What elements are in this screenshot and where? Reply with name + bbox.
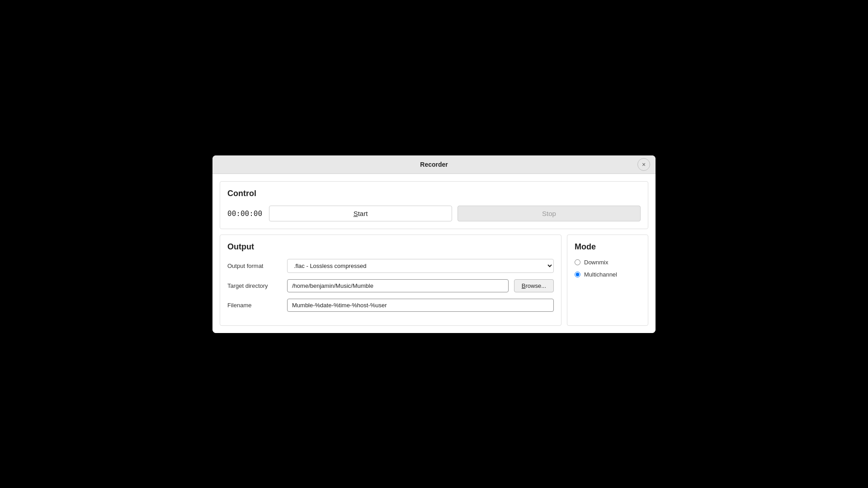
control-section-title: Control: [227, 189, 641, 198]
output-mode-row: Output Output format .flac - Lossless co…: [220, 235, 648, 326]
format-row: Output format .flac - Lossless compresse…: [227, 259, 554, 273]
filename-row: Filename: [227, 299, 554, 312]
mode-downmix[interactable]: Downmix: [575, 259, 641, 266]
directory-label: Target directory: [227, 282, 282, 289]
multichannel-label: Multichannel: [584, 271, 617, 278]
downmix-label: Downmix: [584, 259, 608, 266]
mode-section: Mode Downmix Multichannel: [567, 235, 648, 326]
format-label: Output format: [227, 263, 282, 269]
directory-input[interactable]: [287, 279, 509, 292]
multichannel-radio[interactable]: [575, 272, 580, 277]
output-section: Output Output format .flac - Lossless co…: [220, 235, 561, 326]
titlebar: Recorder ×: [212, 155, 656, 174]
browse-button[interactable]: Browse...: [514, 279, 554, 292]
output-section-title: Output: [227, 242, 554, 252]
format-select[interactable]: .flac - Lossless compressed.ogg - Lossy …: [287, 259, 554, 273]
filename-label: Filename: [227, 302, 282, 309]
recorder-dialog: Recorder × Control 00:00:00 Start Stop O…: [212, 155, 656, 333]
mode-radio-group: Downmix Multichannel: [575, 259, 641, 278]
directory-row: Target directory Browse...: [227, 279, 554, 292]
mode-multichannel[interactable]: Multichannel: [575, 271, 641, 278]
downmix-radio[interactable]: [575, 259, 580, 265]
dialog-title: Recorder: [420, 161, 448, 168]
dialog-body: Control 00:00:00 Start Stop Output Outpu…: [212, 174, 656, 333]
stop-button[interactable]: Stop: [458, 206, 641, 221]
close-button[interactable]: ×: [637, 158, 650, 171]
timer-display: 00:00:00: [227, 209, 264, 218]
filename-input[interactable]: [287, 299, 554, 312]
mode-section-title: Mode: [575, 242, 641, 252]
control-section: Control 00:00:00 Start Stop: [220, 181, 648, 229]
control-row: 00:00:00 Start Stop: [227, 206, 641, 221]
start-button[interactable]: Start: [269, 206, 452, 221]
